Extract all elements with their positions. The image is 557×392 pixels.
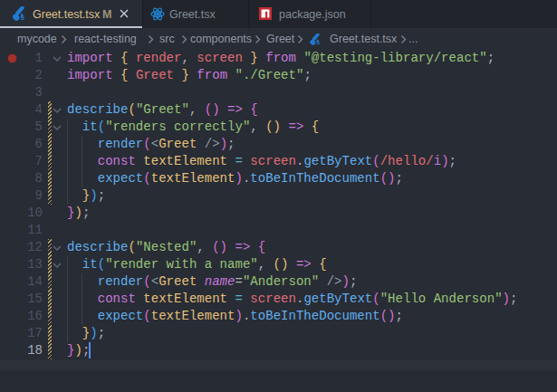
svg-text:s: s <box>21 13 25 21</box>
svg-text:s: s <box>316 39 320 45</box>
